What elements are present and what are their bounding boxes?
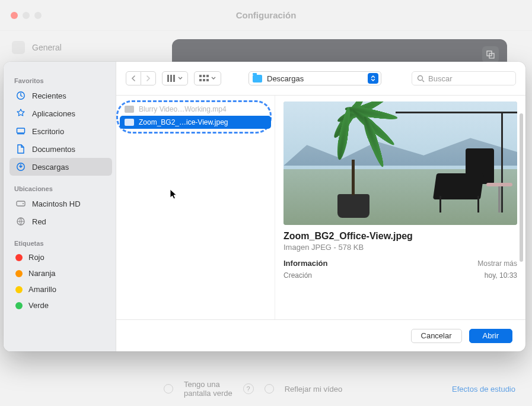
svg-rect-12 bbox=[199, 75, 202, 77]
sidebar-item-label: Amarillo bbox=[28, 285, 56, 294]
tag-dot-icon bbox=[15, 270, 23, 277]
sidebar-tag-amarillo[interactable]: Amarillo bbox=[9, 281, 112, 297]
file-name: Blurry Video…Working.mp4 bbox=[139, 105, 227, 113]
sidebar-item-label: Verde bbox=[28, 301, 49, 310]
open-button[interactable]: Abrir bbox=[469, 329, 512, 343]
clock-icon bbox=[15, 90, 26, 101]
preview-filename: Zoom_BG2_Office-View.jpeg bbox=[283, 231, 517, 242]
svg-rect-16 bbox=[203, 79, 205, 81]
svg-point-7 bbox=[23, 203, 24, 204]
cancel-label: Cancelar bbox=[421, 331, 452, 340]
open-label: Abrir bbox=[483, 331, 499, 340]
svg-rect-15 bbox=[199, 79, 202, 81]
document-icon bbox=[15, 144, 26, 154]
search-input[interactable]: Buscar bbox=[412, 71, 516, 85]
file-name: Zoom_BG2_…ice-View.jpeg bbox=[139, 118, 228, 126]
sidebar-item-label: Descargas bbox=[32, 163, 69, 172]
sidebar-item-applications[interactable]: Aplicaciones bbox=[9, 104, 112, 122]
download-icon bbox=[15, 161, 26, 172]
sidebar-item-label: Naranja bbox=[28, 269, 56, 278]
sidebar-item-label: Documentos bbox=[32, 145, 75, 154]
preview-meta-value: hoy, 10:33 bbox=[485, 271, 517, 280]
group-by-dropdown[interactable] bbox=[194, 71, 221, 85]
svg-rect-3 bbox=[17, 128, 25, 133]
tag-dot-icon bbox=[15, 302, 23, 309]
finder-sidebar: Favoritos Recientes Aplicaciones Escrito… bbox=[4, 62, 116, 351]
apps-icon bbox=[15, 108, 26, 119]
sidebar-item-recents[interactable]: Recientes bbox=[9, 87, 112, 104]
sidebar-section-favorites: Favoritos bbox=[9, 74, 112, 87]
dialog-footer: Cancelar Abrir bbox=[116, 319, 525, 351]
picker-toolbar: Descargas Buscar bbox=[116, 62, 525, 95]
file-row[interactable]: Blurry Video…Working.mp4 bbox=[120, 103, 271, 116]
chevron-updown-icon bbox=[368, 73, 378, 84]
forward-button[interactable] bbox=[141, 71, 156, 85]
tag-dot-icon bbox=[15, 254, 23, 261]
svg-point-18 bbox=[418, 75, 423, 80]
svg-rect-4 bbox=[17, 134, 24, 134]
view-mode-dropdown[interactable] bbox=[162, 71, 188, 85]
sidebar-item-desktop[interactable]: Escritorio bbox=[9, 122, 112, 140]
preview-image bbox=[283, 102, 517, 225]
sidebar-tag-rojo[interactable]: Rojo bbox=[9, 249, 112, 265]
svg-rect-14 bbox=[206, 75, 209, 77]
sidebar-item-label: Escritorio bbox=[32, 127, 64, 136]
svg-rect-13 bbox=[203, 75, 205, 77]
show-more-button[interactable]: Mostrar más bbox=[477, 259, 517, 268]
file-list[interactable]: Blurry Video…Working.mp4 Zoom_BG2_…ice-V… bbox=[116, 96, 275, 319]
sidebar-item-macintosh-hd[interactable]: Macintosh HD bbox=[9, 195, 112, 212]
sidebar-item-label: Aplicaciones bbox=[32, 109, 75, 118]
svg-rect-11 bbox=[173, 75, 175, 82]
tag-dot-icon bbox=[15, 286, 23, 293]
file-open-dialog: Favoritos Recientes Aplicaciones Escrito… bbox=[4, 62, 525, 351]
video-thumb-icon bbox=[125, 106, 134, 113]
folder-icon bbox=[253, 75, 262, 83]
sidebar-section-tags: Etiquetas bbox=[9, 236, 112, 249]
preview-meta-key: Creación bbox=[283, 271, 312, 280]
sidebar-tag-naranja[interactable]: Naranja bbox=[9, 265, 112, 281]
svg-rect-9 bbox=[167, 75, 169, 82]
sidebar-item-documents[interactable]: Documentos bbox=[9, 140, 112, 158]
sidebar-item-label: Red bbox=[32, 217, 46, 226]
sidebar-item-label: Macintosh HD bbox=[32, 199, 81, 208]
location-label: Descargas bbox=[267, 74, 304, 83]
hdd-icon bbox=[15, 198, 26, 209]
sidebar-section-locations: Ubicaciones bbox=[9, 182, 112, 195]
sidebar-item-downloads[interactable]: Descargas bbox=[9, 158, 112, 176]
preview-kind: Imagen JPEG - 578 KB bbox=[283, 243, 517, 252]
image-thumb-icon bbox=[125, 119, 134, 126]
search-placeholder: Buscar bbox=[428, 74, 452, 83]
sidebar-item-network[interactable]: Red bbox=[9, 212, 112, 230]
back-button[interactable] bbox=[126, 71, 141, 85]
nav-back-forward bbox=[126, 71, 156, 85]
sidebar-tag-verde[interactable]: Verde bbox=[9, 297, 112, 313]
preview-pane: Zoom_BG2_Office-View.jpeg Imagen JPEG - … bbox=[275, 96, 525, 319]
sidebar-item-label: Recientes bbox=[32, 91, 66, 100]
file-row[interactable]: Zoom_BG2_…ice-View.jpeg bbox=[120, 116, 271, 129]
svg-rect-10 bbox=[170, 75, 172, 82]
network-icon bbox=[15, 216, 26, 227]
search-icon bbox=[417, 75, 425, 83]
scrollbar[interactable] bbox=[520, 113, 523, 262]
desktop-icon bbox=[15, 126, 26, 137]
preview-info-heading: Información bbox=[283, 259, 327, 268]
sidebar-item-label: Rojo bbox=[28, 253, 44, 262]
location-popup[interactable]: Descargas bbox=[249, 71, 381, 85]
svg-rect-17 bbox=[206, 79, 209, 81]
cancel-button[interactable]: Cancelar bbox=[411, 329, 462, 343]
